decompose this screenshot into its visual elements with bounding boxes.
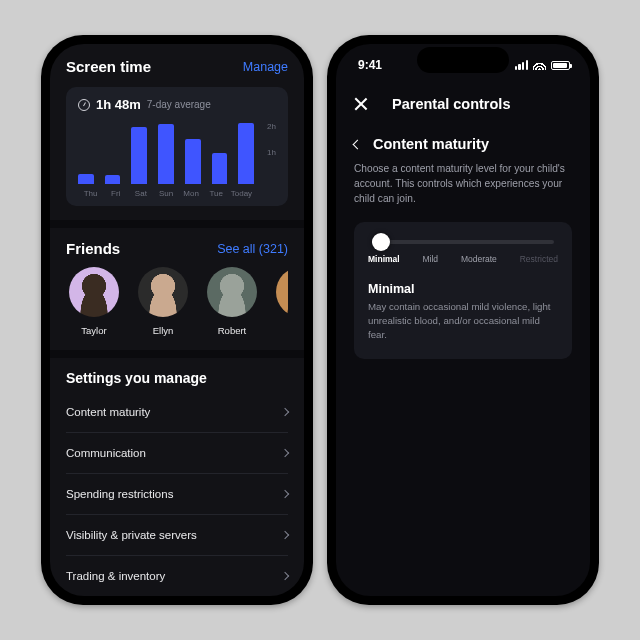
navbar: Parental controls xyxy=(336,72,590,118)
screen-time-value: 1h 48m xyxy=(96,97,141,112)
chart-ylabel-2h: 2h xyxy=(267,122,276,131)
chart-bar xyxy=(212,153,228,184)
chart-xlabel: Today xyxy=(229,189,254,198)
chevron-right-icon xyxy=(281,531,289,539)
chart-xlabel: Mon xyxy=(179,189,204,198)
friend-name: Robert xyxy=(218,325,247,336)
friend-item[interactable]: Taylor xyxy=(66,267,122,336)
chart-xlabel: Tue xyxy=(204,189,229,198)
screen-time-chart: 2h 1h ThuFriSatSunMonTueToday xyxy=(78,120,276,198)
clock-icon xyxy=(78,99,90,111)
slider-thumb[interactable] xyxy=(372,233,390,251)
friend-name: Ellyn xyxy=(153,325,174,336)
chart-bar xyxy=(185,139,201,184)
screen-time-value-row: 1h 48m 7-day average xyxy=(78,97,276,112)
avatar xyxy=(69,267,119,317)
maturity-slider-card: Minimal Mild Moderate Restricted Minimal… xyxy=(354,222,572,358)
chart-bar xyxy=(78,174,94,184)
settings-row[interactable]: Visibility & private servers xyxy=(66,515,288,556)
section-description: Choose a content maturity level for your… xyxy=(354,162,572,206)
back-icon[interactable] xyxy=(353,139,363,149)
settings-row-label: Spending restrictions xyxy=(66,488,173,500)
friend-item[interactable]: Turbo xyxy=(273,267,288,336)
screen-time-title: Screen time xyxy=(66,58,151,75)
chart-bar xyxy=(158,124,174,184)
selected-level-title: Minimal xyxy=(368,282,558,296)
screen-time-card[interactable]: 1h 48m 7-day average 2h 1h ThuFriSatSunM… xyxy=(66,87,288,206)
slider-opt-moderate[interactable]: Moderate xyxy=(461,254,497,264)
maturity-slider[interactable] xyxy=(372,240,554,244)
chart-bar xyxy=(238,123,254,184)
screen-right: 9:41 Parental controls Content maturity … xyxy=(336,44,590,596)
chevron-right-icon xyxy=(281,490,289,498)
chevron-right-icon xyxy=(281,449,289,457)
signal-icon xyxy=(515,60,528,70)
battery-icon xyxy=(551,61,570,70)
chevron-right-icon xyxy=(281,572,289,580)
friends-section: Friends See all (321) TaylorEllynRobertT… xyxy=(50,228,304,350)
content-maturity-section: Content maturity Choose a content maturi… xyxy=(336,118,590,206)
friend-item[interactable]: Ellyn xyxy=(135,267,191,336)
screen-left: Screen time Manage 1h 48m 7-day average … xyxy=(50,44,304,596)
friend-name: Taylor xyxy=(81,325,106,336)
friend-item[interactable]: Robert xyxy=(204,267,260,336)
wifi-icon xyxy=(533,61,546,70)
settings-row[interactable]: Trading & inventory xyxy=(66,556,288,596)
chart-ylabel-1h: 1h xyxy=(267,148,276,157)
slider-labels: Minimal Mild Moderate Restricted xyxy=(368,254,558,264)
settings-row-label: Content maturity xyxy=(66,406,150,418)
chart-xlabel: Sun xyxy=(153,189,178,198)
avatar xyxy=(138,267,188,317)
chart-xlabel: Sat xyxy=(128,189,153,198)
divider xyxy=(50,350,304,358)
avatar xyxy=(276,267,288,317)
status-time: 9:41 xyxy=(358,58,382,72)
settings-row[interactable]: Content maturity xyxy=(66,392,288,433)
chevron-right-icon xyxy=(281,408,289,416)
chart-bar xyxy=(131,127,147,184)
avatar xyxy=(207,267,257,317)
phone-left: Screen time Manage 1h 48m 7-day average … xyxy=(41,35,313,605)
manage-link[interactable]: Manage xyxy=(243,60,288,74)
divider xyxy=(50,220,304,228)
friends-title: Friends xyxy=(66,240,120,257)
close-icon[interactable] xyxy=(354,97,368,111)
section-title: Content maturity xyxy=(373,136,489,152)
phone-right: 9:41 Parental controls Content maturity … xyxy=(327,35,599,605)
settings-row-label: Trading & inventory xyxy=(66,570,165,582)
settings-row[interactable]: Communication xyxy=(66,433,288,474)
chart-xlabel: Fri xyxy=(103,189,128,198)
screen-time-header: Screen time Manage xyxy=(50,44,304,75)
settings-row-label: Communication xyxy=(66,447,146,459)
friends-see-all[interactable]: See all (321) xyxy=(217,242,288,256)
settings-row-label: Visibility & private servers xyxy=(66,529,197,541)
settings-section: Settings you manage Content maturityComm… xyxy=(50,358,304,596)
chart-bar xyxy=(105,175,121,184)
settings-title: Settings you manage xyxy=(66,370,288,386)
slider-opt-minimal[interactable]: Minimal xyxy=(368,254,400,264)
nav-title: Parental controls xyxy=(392,96,510,112)
selected-level-desc: May contain occasional mild violence, li… xyxy=(368,300,558,342)
status-icons xyxy=(515,58,570,72)
chart-xlabel: Thu xyxy=(78,189,103,198)
slider-opt-restricted[interactable]: Restricted xyxy=(520,254,558,264)
dynamic-island xyxy=(417,47,509,73)
screen-time-avg-label: 7-day average xyxy=(147,99,211,110)
settings-row[interactable]: Spending restrictions xyxy=(66,474,288,515)
slider-opt-mild[interactable]: Mild xyxy=(423,254,439,264)
